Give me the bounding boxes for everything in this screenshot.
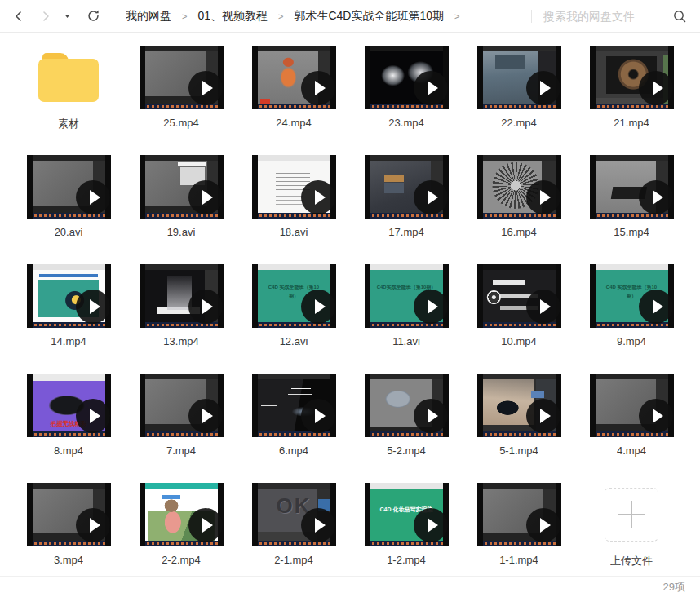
file-item[interactable]: 17.mp4 [350, 155, 463, 264]
file-item[interactable]: 4.mp4 [575, 374, 688, 483]
play-icon[interactable] [188, 180, 223, 214]
toolbar-divider [113, 10, 113, 23]
play-icon[interactable] [414, 508, 448, 542]
file-name: 3.mp4 [54, 554, 83, 566]
breadcrumb-item-videos[interactable]: 01、视频教程 [197, 9, 268, 24]
play-icon[interactable] [301, 399, 335, 433]
play-icon[interactable] [188, 290, 223, 324]
play-icon[interactable] [188, 508, 223, 542]
file-item[interactable]: 18.avi [237, 155, 350, 264]
file-name: 19.avi [167, 226, 196, 238]
video-thumbnail [252, 46, 336, 109]
file-name: 7.mp4 [166, 444, 196, 457]
file-item[interactable]: 25.mp4 [125, 46, 237, 155]
file-name: 21.mp4 [614, 117, 649, 129]
play-icon[interactable] [301, 71, 335, 105]
video-thumbnail [27, 264, 111, 328]
file-item[interactable]: 把握无线精彩 8.mp4 [12, 374, 125, 483]
video-thumbnail [590, 374, 674, 437]
file-name: 1-2.mp4 [387, 554, 426, 566]
play-icon[interactable] [639, 71, 673, 105]
video-thumbnail [140, 374, 224, 437]
play-icon[interactable] [76, 290, 110, 324]
video-thumbnail: 把握无线精彩 [27, 374, 111, 437]
play-icon[interactable] [639, 180, 673, 214]
search-input[interactable] [543, 10, 664, 23]
video-thumbnail [590, 46, 674, 109]
play-icon[interactable] [414, 71, 448, 105]
breadcrumb-separator: > [278, 11, 283, 21]
file-item[interactable]: 14.mp4 [12, 264, 125, 374]
play-icon[interactable] [188, 71, 223, 105]
file-name: 9.mp4 [617, 335, 646, 347]
file-item[interactable]: C4D实战全能班（第10期） 11.avi [350, 264, 463, 374]
file-item[interactable]: 5-2.mp4 [350, 374, 463, 483]
file-name: 10.mp4 [501, 335, 536, 347]
file-item[interactable]: 21.mp4 [575, 46, 688, 155]
play-icon[interactable] [76, 180, 110, 214]
search-divider [531, 10, 532, 23]
play-icon[interactable] [301, 290, 335, 324]
play-icon[interactable] [526, 508, 560, 542]
file-name: 2-2.mp4 [162, 554, 201, 566]
file-item[interactable]: C4D 实战全能班（第10期） 9.mp4 [575, 264, 688, 374]
play-icon[interactable] [639, 399, 673, 433]
file-item[interactable]: 6.mp4 [237, 374, 350, 483]
video-thumbnail [365, 155, 449, 219]
play-icon[interactable] [76, 399, 110, 433]
play-icon[interactable] [76, 508, 110, 542]
file-item[interactable]: 10.mp4 [463, 264, 575, 374]
play-icon[interactable] [188, 399, 223, 433]
refresh-button[interactable] [86, 9, 100, 23]
video-thumbnail [140, 264, 224, 328]
video-thumbnail: C4D 化妆品写实渲染 [365, 483, 449, 546]
play-icon[interactable] [414, 290, 448, 324]
toolbar: 我的网盘 > 01、视频教程 > 郭术生C4D实战全能班第10期 > [0, 0, 700, 33]
play-icon[interactable] [526, 290, 560, 324]
forward-button[interactable] [40, 11, 51, 22]
file-name: 22.mp4 [501, 117, 536, 129]
breadcrumb-separator: > [454, 11, 459, 21]
file-item[interactable]: 15.mp4 [575, 155, 688, 264]
play-icon[interactable] [301, 508, 335, 542]
chevron-right-icon [40, 11, 51, 22]
file-name: 1-1.mp4 [499, 554, 538, 566]
file-name: 24.mp4 [276, 117, 311, 129]
play-icon[interactable] [639, 290, 673, 324]
history-dropdown-button[interactable] [64, 12, 71, 20]
video-thumbnail [477, 483, 561, 546]
play-icon[interactable] [414, 399, 448, 433]
file-name: 8.mp4 [54, 444, 83, 457]
file-item[interactable]: 20.avi [12, 155, 125, 264]
video-thumbnail [477, 155, 561, 219]
breadcrumb-separator: > [182, 11, 187, 21]
folder-item[interactable]: 素材 [12, 46, 125, 155]
video-thumbnail [252, 374, 336, 437]
file-item[interactable]: 24.mp4 [237, 46, 350, 155]
back-button[interactable] [13, 11, 24, 22]
file-name: 4.mp4 [617, 444, 646, 457]
file-name: 16.mp4 [501, 226, 536, 238]
play-icon[interactable] [301, 180, 335, 214]
video-thumbnail [477, 264, 561, 328]
video-thumbnail: C4D实战全能班（第10期） [365, 264, 449, 328]
status-bar: 29项 [0, 576, 700, 597]
breadcrumb-item-root[interactable]: 我的网盘 [126, 9, 171, 24]
search-icon[interactable] [672, 9, 687, 24]
file-item[interactable]: 22.mp4 [463, 46, 575, 155]
folder-icon [38, 53, 99, 102]
play-icon[interactable] [526, 71, 560, 105]
file-item[interactable]: 13.mp4 [125, 264, 237, 374]
file-item[interactable]: 7.mp4 [125, 374, 237, 483]
breadcrumb-item-current[interactable]: 郭术生C4D实战全能班第10期 [294, 9, 444, 24]
file-item[interactable]: 16.mp4 [463, 155, 575, 264]
play-icon[interactable] [414, 180, 448, 214]
video-thumbnail: C4D 实战全能班（第10期） [590, 264, 674, 328]
file-item[interactable]: 19.avi [125, 155, 237, 264]
file-item[interactable]: C4D 实战全能班（第10期） 12.avi [237, 264, 350, 374]
file-item[interactable]: 23.mp4 [350, 46, 463, 155]
file-item[interactable]: 5-1.mp4 [463, 374, 575, 483]
file-name: 18.avi [280, 226, 308, 238]
play-icon[interactable] [526, 180, 560, 214]
play-icon[interactable] [526, 399, 560, 433]
